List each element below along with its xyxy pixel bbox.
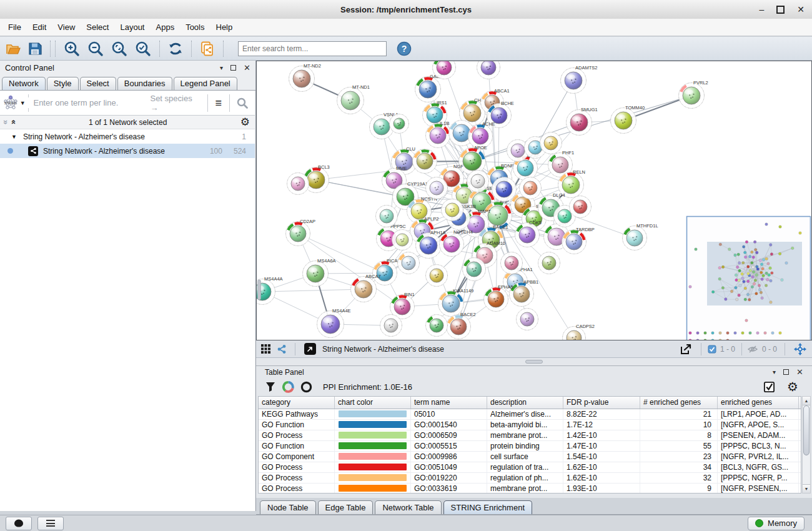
node-MT-ND2[interactable]: MT-ND2 <box>289 63 321 92</box>
node[interactable] <box>477 61 500 79</box>
column-header-1[interactable]: chart color <box>335 397 411 409</box>
node[interactable] <box>520 177 542 199</box>
zoom-fit-icon[interactable] <box>111 40 128 57</box>
panel-close-icon[interactable]: ✕ <box>244 64 250 72</box>
table-row[interactable]: GO ComponentGO:0009986cell surface1.54E-… <box>259 452 801 462</box>
node[interactable] <box>570 196 592 218</box>
menu-view[interactable]: View <box>52 22 81 32</box>
menu-help[interactable]: Help <box>210 22 239 32</box>
menu-tools[interactable]: Tools <box>180 22 210 32</box>
menu-edit[interactable]: Edit <box>27 22 52 32</box>
table-panel-float-icon[interactable] <box>783 369 789 375</box>
column-header-6[interactable]: enriched genes <box>718 397 799 409</box>
column-header-3[interactable]: description <box>487 397 563 409</box>
node[interactable] <box>492 177 517 202</box>
node-MTHFD1L[interactable]: MTHFD1L <box>623 223 658 251</box>
maximize-button[interactable] <box>776 6 785 14</box>
table-row[interactable]: GO ProcessGO:0019220regulation of ph...1… <box>259 473 801 484</box>
column-header-5[interactable]: # enriched genes <box>640 397 718 409</box>
node[interactable] <box>287 173 309 195</box>
node-GAB2[interactable]: GAB2 <box>415 74 443 102</box>
node[interactable] <box>398 252 420 274</box>
automation-status-button[interactable] <box>6 517 32 530</box>
share-network-icon[interactable] <box>277 344 287 354</box>
node-MS4A4E[interactable]: MS4A4E <box>317 308 351 338</box>
tab-legend-panel[interactable]: Legend Panel <box>174 77 237 90</box>
network-row-selected[interactable]: String Network - Alzheimer's disease 100… <box>0 144 255 158</box>
node[interactable] <box>442 199 463 221</box>
tab-style[interactable]: Style <box>47 77 79 90</box>
node-CDK5[interactable]: CDK5 <box>515 220 542 247</box>
node[interactable] <box>413 149 437 174</box>
donut-chart-icon[interactable] <box>282 381 294 393</box>
tree-expand-icon[interactable]: ▼ <box>11 134 17 140</box>
node-PVRL2[interactable]: PVRL2 <box>679 80 708 109</box>
memory-button[interactable]: Memory <box>748 517 805 530</box>
canvas-scroll-handle[interactable] <box>258 280 261 300</box>
tab-edge-table[interactable]: Edge Table <box>318 500 374 514</box>
panel-float-icon[interactable] <box>230 65 236 71</box>
panel-menu-icon[interactable]: ▾ <box>220 65 223 71</box>
select-rows-checkbox-icon[interactable] <box>763 381 775 393</box>
tab-select[interactable]: Select <box>80 77 116 90</box>
node-ABCA7[interactable]: ABCA7 <box>351 274 381 302</box>
column-header-2[interactable]: term name <box>411 397 487 409</box>
node-EPHA5[interactable]: EPHA5 <box>484 284 513 312</box>
table-row[interactable]: KEGG Pathways05010Alzheimer's dise...8.8… <box>259 409 801 420</box>
table-vertical-scrollbar[interactable]: ▲ ▼ <box>802 396 811 494</box>
table-row[interactable]: GO ProcessGO:0051049regulation of tra...… <box>259 462 801 473</box>
search-input[interactable] <box>238 41 387 56</box>
grid-view-icon[interactable] <box>261 344 270 354</box>
refresh-icon[interactable] <box>167 41 184 57</box>
node[interactable] <box>380 315 402 337</box>
table-panel-menu-icon[interactable]: ▾ <box>773 369 776 375</box>
node[interactable] <box>426 315 448 337</box>
zoom-selected-icon[interactable] <box>134 40 152 57</box>
panel-splitter[interactable] <box>256 358 812 365</box>
node[interactable] <box>392 230 413 251</box>
task-history-button[interactable] <box>37 517 64 530</box>
network-collection-row[interactable]: ▼ String Network - Alzheimer's disease 1 <box>0 129 255 144</box>
string-logo[interactable]: STRING ▼ <box>0 95 28 111</box>
save-session-icon[interactable] <box>27 41 42 56</box>
birds-eye-view[interactable] <box>687 217 811 340</box>
zoom-out-icon[interactable] <box>87 40 104 57</box>
node-CD2AP[interactable]: CD2AP <box>286 219 316 246</box>
string-query-input[interactable] <box>28 97 150 108</box>
selected-checkbox-icon[interactable] <box>708 345 716 354</box>
table-row[interactable]: GO FunctionGO:0001540beta-amyloid bi...1… <box>259 420 801 430</box>
close-button[interactable]: ✕ <box>797 5 805 14</box>
ring-chart-icon[interactable] <box>300 381 312 393</box>
node[interactable] <box>426 177 448 199</box>
node[interactable] <box>467 171 489 192</box>
network-graph[interactable]: MT-ND2MT-ND1VSNL1GAB2IRS1CHATABCA1BCHEIL… <box>257 61 811 340</box>
table-row[interactable]: GO ProcessGO:0006509membrane prot...1.42… <box>259 430 801 441</box>
tab-boundaries[interactable]: Boundaries <box>117 77 172 90</box>
column-header-4[interactable]: FDR p-value <box>563 397 640 409</box>
node-MT-ND1[interactable]: MT-ND1 <box>337 84 370 114</box>
tab-network[interactable]: Network <box>2 77 46 90</box>
menu-select[interactable]: Select <box>81 22 114 32</box>
node[interactable] <box>517 309 538 330</box>
hidden-eye-icon[interactable] <box>747 345 758 354</box>
set-species-hint[interactable]: Set species → <box>150 94 207 112</box>
enrichment-table[interactable]: categorychart colorterm namedescriptionF… <box>258 396 801 494</box>
menu-layout[interactable]: Layout <box>114 22 150 32</box>
tab-node-table[interactable]: Node Table <box>260 500 316 514</box>
node-TOMM40[interactable]: TOMM40 <box>611 105 645 134</box>
open-session-icon[interactable] <box>5 41 21 56</box>
string-search-icon[interactable] <box>230 97 255 109</box>
tab-network-table[interactable]: Network Table <box>375 500 441 514</box>
zoom-in-icon[interactable] <box>63 40 81 57</box>
string-options-icon[interactable]: ≡ <box>208 97 230 109</box>
node-SMUG1[interactable]: SMUG1 <box>567 107 598 136</box>
column-header-0[interactable]: category <box>259 397 335 409</box>
node[interactable] <box>376 206 398 227</box>
birds-eye-toggle-icon[interactable] <box>793 342 807 356</box>
help-icon[interactable]: ? <box>397 41 412 56</box>
node-MS4A6A[interactable]: MS4A6A <box>303 258 336 287</box>
menu-apps[interactable]: Apps <box>151 22 181 32</box>
menu-file[interactable]: File <box>2 22 27 32</box>
minimize-button[interactable]: – <box>759 5 764 14</box>
network-options-gear-icon[interactable]: ⚙ <box>240 117 250 127</box>
